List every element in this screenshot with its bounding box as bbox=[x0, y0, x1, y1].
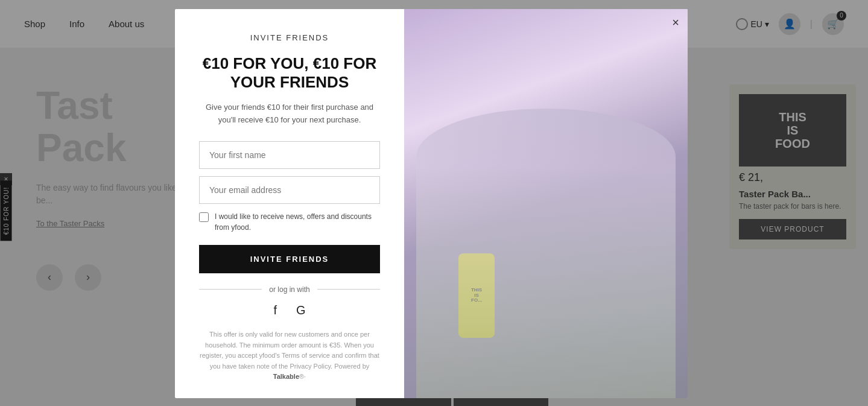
newsletter-checkbox[interactable] bbox=[199, 212, 209, 222]
facebook-login-button[interactable]: f bbox=[273, 303, 277, 317]
modal-close-button[interactable]: × bbox=[672, 16, 679, 28]
first-name-input[interactable] bbox=[199, 141, 380, 169]
or-divider: or log in with bbox=[199, 285, 380, 294]
modal-right-panel: THISISFO... bbox=[404, 9, 688, 398]
google-login-button[interactable]: G bbox=[296, 303, 306, 317]
modal-promo-image: THISISFO... bbox=[404, 9, 688, 398]
modal-footer-text: This offer is only valid for new custome… bbox=[199, 329, 380, 382]
invite-modal: × INVITE FRIENDS €10 FOR YOU, €10 FOR YO… bbox=[175, 9, 688, 398]
newsletter-checkbox-row: I would like to receive news, offers and… bbox=[199, 211, 380, 233]
divider-line-right bbox=[317, 289, 380, 290]
modal-left-panel: INVITE FRIENDS €10 FOR YOU, €10 FOR YOUR… bbox=[175, 9, 404, 398]
newsletter-checkbox-label: I would like to receive news, offers and… bbox=[215, 211, 380, 233]
divider-line-left bbox=[199, 289, 262, 290]
modal-description: Give your friends €10 for their first pu… bbox=[199, 101, 380, 127]
modal-title: €10 FOR YOU, €10 FOR YOUR FRIENDS bbox=[199, 54, 380, 92]
social-login-row: f G bbox=[199, 303, 380, 317]
or-text: or log in with bbox=[269, 285, 309, 294]
email-input[interactable] bbox=[199, 176, 380, 204]
modal-subheading: INVITE FRIENDS bbox=[199, 33, 380, 42]
invite-button[interactable]: INVITE FRIENDS bbox=[199, 245, 380, 273]
